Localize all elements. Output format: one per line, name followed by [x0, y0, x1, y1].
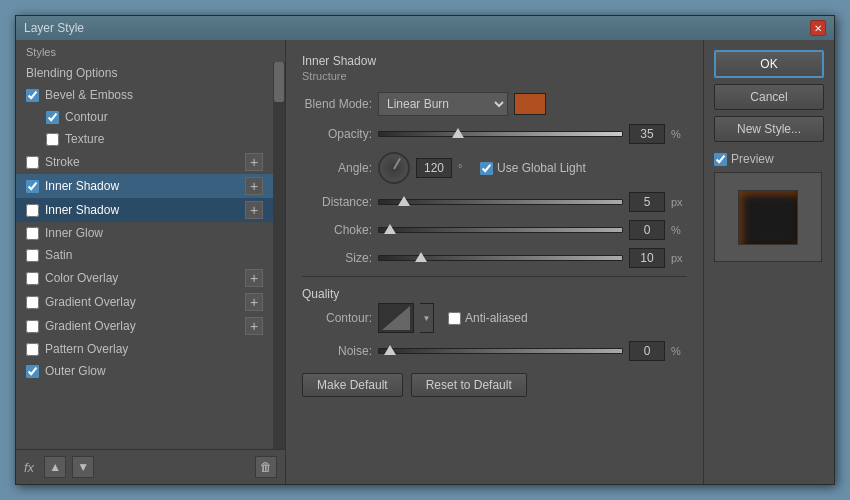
distance-slider-thumb[interactable] — [398, 196, 410, 206]
pattern-overlay-label: Pattern Overlay — [45, 342, 128, 356]
satin-checkbox[interactable] — [26, 249, 39, 262]
preview-label-text: Preview — [731, 152, 774, 166]
sidebar-item-stroke[interactable]: Stroke + — [16, 150, 273, 174]
style-list: Blending Options Bevel & Emboss Contour — [16, 62, 273, 382]
sidebar-item-inner-glow[interactable]: Inner Glow — [16, 222, 273, 244]
choke-slider-thumb[interactable] — [384, 224, 396, 234]
color-swatch[interactable] — [514, 93, 546, 115]
fx-label: fx — [24, 460, 34, 475]
contour-svg — [382, 306, 410, 330]
bevel-emboss-checkbox[interactable] — [26, 89, 39, 102]
down-button[interactable]: ▼ — [72, 456, 94, 478]
make-default-button[interactable]: Make Default — [302, 373, 403, 397]
gradient-overlay-2-checkbox[interactable] — [26, 320, 39, 333]
angle-value-input[interactable] — [416, 158, 452, 178]
reset-to-default-button[interactable]: Reset to Default — [411, 373, 527, 397]
size-slider-thumb[interactable] — [415, 252, 427, 262]
outer-glow-label: Outer Glow — [45, 364, 106, 378]
gradient-overlay-2-add-button[interactable]: + — [245, 317, 263, 335]
contour-row: Contour: ▼ Anti-aliased — [302, 303, 687, 333]
sidebar-item-inner-shadow-1[interactable]: Inner Shadow + — [16, 174, 273, 198]
sidebar-item-pattern-overlay[interactable]: Pattern Overlay — [16, 338, 273, 360]
right-panel: OK Cancel New Style... Preview — [704, 40, 834, 484]
preview-canvas — [714, 172, 822, 262]
preview-checkbox[interactable] — [714, 153, 727, 166]
quality-title: Quality — [302, 287, 687, 301]
color-overlay-add-button[interactable]: + — [245, 269, 263, 287]
inner-shadow-1-checkbox[interactable] — [26, 180, 39, 193]
stroke-add-button[interactable]: + — [245, 153, 263, 171]
blend-mode-label: Blend Mode: — [302, 97, 372, 111]
use-global-light-text: Use Global Light — [497, 161, 586, 175]
left-panel: Styles Blending Options Bevel & Emboss — [16, 40, 286, 484]
choke-value-input[interactable] — [629, 220, 665, 240]
inner-glow-checkbox[interactable] — [26, 227, 39, 240]
sidebar-item-bevel-emboss[interactable]: Bevel & Emboss — [16, 84, 273, 106]
opacity-value-input[interactable] — [629, 124, 665, 144]
texture-checkbox[interactable] — [46, 133, 59, 146]
opacity-row: Opacity: % — [302, 124, 687, 144]
gradient-overlay-1-add-button[interactable]: + — [245, 293, 263, 311]
inner-shadow-2-checkbox[interactable] — [26, 204, 39, 217]
size-value-input[interactable] — [629, 248, 665, 268]
inner-shadow-1-add-button[interactable]: + — [245, 177, 263, 195]
dialog-body: Styles Blending Options Bevel & Emboss — [16, 40, 834, 484]
anti-aliased-label[interactable]: Anti-aliased — [448, 311, 528, 325]
inner-shadow-2-add-button[interactable]: + — [245, 201, 263, 219]
opacity-unit: % — [671, 128, 687, 140]
bottom-toolbar: fx ▲ ▼ 🗑 — [16, 449, 285, 484]
scrollbar-thumb[interactable] — [274, 62, 284, 102]
color-overlay-checkbox[interactable] — [26, 272, 39, 285]
sidebar-item-contour[interactable]: Contour — [16, 106, 273, 128]
contour-dropdown-button[interactable]: ▼ — [420, 303, 434, 333]
texture-label: Texture — [65, 132, 104, 146]
contour-thumbnail[interactable] — [378, 303, 414, 333]
sidebar-item-gradient-overlay-1[interactable]: Gradient Overlay + — [16, 290, 273, 314]
noise-slider-track[interactable] — [378, 348, 623, 354]
noise-value-input[interactable] — [629, 341, 665, 361]
preview-inner-shape — [738, 190, 798, 245]
opacity-slider-container: % — [378, 124, 687, 144]
choke-unit: % — [671, 224, 687, 236]
use-global-light-checkbox[interactable] — [480, 162, 493, 175]
scrollbar-track[interactable] — [273, 62, 285, 449]
cancel-button[interactable]: Cancel — [714, 84, 824, 110]
dialog-title: Layer Style — [24, 21, 84, 35]
contour-checkbox[interactable] — [46, 111, 59, 124]
ok-button[interactable]: OK — [714, 50, 824, 78]
sidebar-item-blending-options[interactable]: Blending Options — [16, 62, 273, 84]
sidebar-item-gradient-overlay-2[interactable]: Gradient Overlay + — [16, 314, 273, 338]
distance-slider-track[interactable] — [378, 199, 623, 205]
noise-slider-thumb[interactable] — [384, 345, 396, 355]
distance-row: Distance: px — [302, 192, 687, 212]
size-row: Size: px — [302, 248, 687, 268]
gradient-overlay-1-checkbox[interactable] — [26, 296, 39, 309]
use-global-light-label[interactable]: Use Global Light — [480, 161, 586, 175]
sidebar-item-satin[interactable]: Satin — [16, 244, 273, 266]
distance-value-input[interactable] — [629, 192, 665, 212]
opacity-label: Opacity: — [302, 127, 372, 141]
opacity-slider-thumb[interactable] — [452, 128, 464, 138]
trash-button[interactable]: 🗑 — [255, 456, 277, 478]
angle-dial[interactable] — [378, 152, 410, 184]
size-slider-track[interactable] — [378, 255, 623, 261]
close-button[interactable]: ✕ — [810, 20, 826, 36]
blend-mode-select[interactable]: Linear Burn Normal Multiply Screen Overl… — [378, 92, 508, 116]
stroke-checkbox[interactable] — [26, 156, 39, 169]
noise-unit: % — [671, 345, 687, 357]
contour-shape — [382, 306, 410, 330]
up-button[interactable]: ▲ — [44, 456, 66, 478]
styles-header: Styles — [16, 40, 285, 62]
sidebar-item-texture[interactable]: Texture — [16, 128, 273, 150]
sidebar-item-outer-glow[interactable]: Outer Glow — [16, 360, 273, 382]
choke-slider-track[interactable] — [378, 227, 623, 233]
style-list-container: Blending Options Bevel & Emboss Contour — [16, 62, 285, 449]
outer-glow-checkbox[interactable] — [26, 365, 39, 378]
preview-label-row: Preview — [714, 152, 824, 166]
opacity-slider-track[interactable] — [378, 131, 623, 137]
pattern-overlay-checkbox[interactable] — [26, 343, 39, 356]
anti-aliased-checkbox[interactable] — [448, 312, 461, 325]
new-style-button[interactable]: New Style... — [714, 116, 824, 142]
sidebar-item-inner-shadow-2[interactable]: Inner Shadow + — [16, 198, 273, 222]
sidebar-item-color-overlay[interactable]: Color Overlay + — [16, 266, 273, 290]
